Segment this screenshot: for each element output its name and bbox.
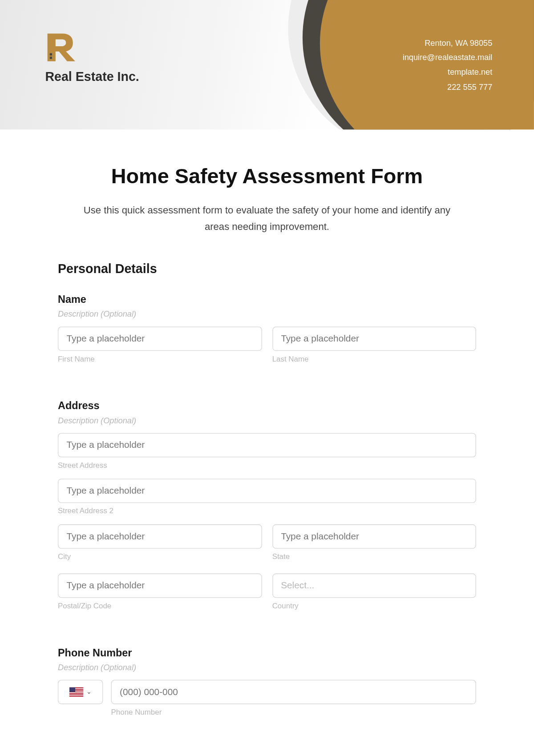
street-address-sublabel: Street Address [58,461,476,470]
svg-rect-1 [50,53,52,56]
phone-number-input[interactable] [111,680,476,704]
city-input[interactable] [58,524,262,549]
contact-email: inquire@realeastate.mail [403,50,493,65]
phone-desc: Description (Optional) [58,663,476,672]
company-logo-icon [45,31,139,64]
street-address-2-input[interactable] [58,479,476,503]
state-sublabel: State [272,552,476,561]
field-name: Name Description (Optional) First Name L… [58,294,476,372]
phone-label: Phone Number [58,647,476,659]
form-title: Home Safety Assessment Form [58,164,476,189]
company-name: Real Estate Inc. [45,69,139,84]
header-banner: Real Estate Inc. Renton, WA 98055 inquir… [0,0,534,129]
country-code-select[interactable]: ⌄ [58,680,103,704]
contact-phone: 222 555 777 [403,80,493,94]
postal-sublabel: Postal/Zip Code [58,601,262,610]
section-personal-details: Personal Details [58,261,476,276]
name-desc: Description (Optional) [58,309,476,318]
contact-info: Renton, WA 98055 inquire@realeastate.mai… [403,36,493,94]
first-name-sublabel: First Name [58,354,262,363]
contact-location: Renton, WA 98055 [403,36,493,51]
city-sublabel: City [58,552,262,561]
street-address-input[interactable] [58,433,476,457]
contact-website: template.net [403,65,493,80]
name-label: Name [58,294,476,306]
first-name-input[interactable] [58,326,262,351]
postal-input[interactable] [58,573,262,598]
last-name-input[interactable] [272,326,476,351]
address-desc: Description (Optional) [58,415,476,425]
street-address-2-sublabel: Street Address 2 [58,507,476,515]
logo-block: Real Estate Inc. [45,31,139,84]
country-sublabel: Country [272,601,476,610]
field-address: Address Description (Optional) Street Ad… [58,400,476,619]
address-label: Address [58,400,476,412]
country-select[interactable]: Select... [272,573,476,598]
state-input[interactable] [272,524,476,549]
field-phone: Phone Number Description (Optional) ⌄ Ph… [58,647,476,725]
chevron-down-icon: ⌄ [86,688,92,696]
us-flag-icon [69,687,83,696]
country-select-placeholder: Select... [281,580,314,591]
last-name-sublabel: Last Name [272,354,476,363]
phone-sublabel: Phone Number [111,708,476,716]
form-description: Use this quick assessment form to evalua… [70,202,464,236]
svg-rect-0 [50,56,52,59]
